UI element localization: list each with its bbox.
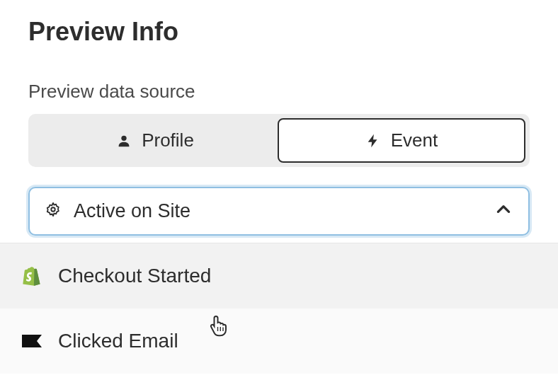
data-source-segmented: Profile Event [28,114,530,167]
tab-profile[interactable]: Profile [33,118,278,163]
page-title: Preview Info [28,17,530,47]
tab-profile-label: Profile [142,129,194,151]
option-label: Checkout Started [58,265,211,287]
dropdown-options: Checkout Started Clicked Email [0,243,558,374]
chevron-up-icon [494,200,513,223]
dropdown-selected-label: Active on Site [74,200,190,222]
option-checkout-started[interactable]: Checkout Started [0,243,558,309]
tab-event-label: Event [391,129,438,151]
svg-point-0 [121,135,126,140]
option-label: Clicked Email [58,330,178,352]
gear-icon [45,200,61,222]
lightning-icon [365,132,381,149]
shopify-icon [21,265,42,287]
tab-event[interactable]: Event [278,118,525,163]
flag-icon [21,330,42,352]
person-icon [116,133,132,149]
event-dropdown[interactable]: Active on Site [28,187,530,236]
svg-point-1 [51,207,55,212]
data-source-label: Preview data source [28,81,530,103]
option-clicked-email[interactable]: Clicked Email [0,309,558,374]
